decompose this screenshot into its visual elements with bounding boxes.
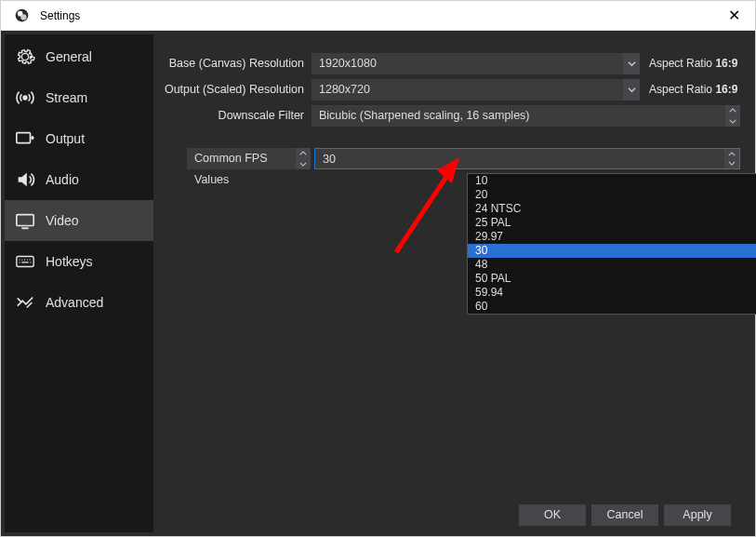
- fps-option[interactable]: 30: [468, 244, 756, 258]
- spinner-icon: [725, 105, 740, 127]
- sidebar: General Stream Output Audio: [5, 34, 153, 532]
- sidebar-item-label: General: [46, 49, 92, 64]
- cancel-button[interactable]: Cancel: [591, 504, 658, 526]
- fps-option[interactable]: 29.97: [468, 230, 756, 244]
- fps-mode-select[interactable]: Common FPS Values: [187, 148, 311, 169]
- sidebar-item-output[interactable]: Output: [5, 118, 153, 159]
- svg-rect-4: [17, 133, 31, 143]
- fps-option[interactable]: 20: [468, 188, 756, 202]
- output-aspect-ratio: Aspect Ratio 16:9: [643, 79, 740, 101]
- sidebar-item-label: Output: [46, 131, 85, 146]
- downscale-filter-value: Bicubic (Sharpened scaling, 16 samples): [319, 109, 530, 122]
- sidebar-item-stream[interactable]: Stream: [5, 77, 153, 118]
- chevron-down-icon: [623, 53, 640, 74]
- advanced-icon: [14, 291, 36, 314]
- base-resolution-label: Base (Canvas) Resolution: [153, 53, 312, 75]
- apply-button[interactable]: Apply: [664, 504, 731, 526]
- sidebar-item-general[interactable]: General: [5, 36, 153, 77]
- sidebar-item-hotkeys[interactable]: Hotkeys: [5, 241, 153, 282]
- ok-button[interactable]: OK: [519, 504, 586, 526]
- sidebar-item-audio[interactable]: Audio: [5, 159, 153, 200]
- chevron-down-icon: [623, 79, 640, 101]
- base-resolution-select[interactable]: 1920x1080: [312, 53, 640, 74]
- spinner-icon: [296, 148, 311, 169]
- fps-value: 30: [323, 153, 336, 166]
- hotkeys-icon: [14, 250, 36, 273]
- fps-option[interactable]: 48: [468, 258, 756, 272]
- fps-option[interactable]: 59.94: [468, 286, 756, 300]
- window-title: Settings: [40, 9, 80, 22]
- svg-point-3: [23, 96, 27, 100]
- spinner-icon: [724, 149, 739, 168]
- sidebar-item-advanced[interactable]: Advanced: [5, 282, 153, 323]
- fps-option[interactable]: 24 NTSC: [468, 202, 756, 216]
- main-panel: Base (Canvas) Resolution 1920x1080 Aspec…: [153, 34, 751, 532]
- sidebar-item-label: Audio: [46, 172, 79, 187]
- sidebar-item-label: Advanced: [46, 295, 103, 310]
- svg-rect-5: [17, 215, 33, 226]
- close-button[interactable]: ✕: [723, 7, 746, 24]
- output-icon: [14, 128, 36, 150]
- base-aspect-ratio: Aspect Ratio 16:9: [643, 53, 740, 74]
- base-resolution-value: 1920x1080: [319, 57, 377, 70]
- fps-option[interactable]: 10: [468, 174, 756, 188]
- gear-icon: [14, 46, 36, 68]
- app-icon: [10, 5, 33, 27]
- sidebar-item-label: Video: [46, 213, 79, 228]
- sidebar-item-label: Hotkeys: [46, 254, 93, 269]
- fps-option[interactable]: 50 PAL: [468, 272, 756, 286]
- stream-icon: [14, 87, 36, 109]
- fps-dropdown[interactable]: 102024 NTSC25 PAL29.97304850 PAL59.9460: [467, 173, 756, 315]
- fps-option[interactable]: 25 PAL: [468, 216, 756, 230]
- downscale-filter-label: Downscale Filter: [153, 105, 312, 128]
- fps-option[interactable]: 60: [468, 300, 756, 314]
- audio-icon: [14, 168, 36, 191]
- fps-value-select[interactable]: 30: [314, 148, 740, 169]
- dialog-footer: OK Cancel Apply: [153, 497, 740, 532]
- output-resolution-value: 1280x720: [319, 83, 370, 96]
- video-icon: [14, 209, 36, 232]
- sidebar-item-video[interactable]: Video: [5, 200, 153, 241]
- svg-point-2: [20, 14, 26, 20]
- svg-rect-6: [17, 257, 33, 267]
- output-resolution-select[interactable]: 1280x720: [312, 79, 640, 101]
- downscale-filter-select[interactable]: Bicubic (Sharpened scaling, 16 samples): [312, 105, 740, 127]
- sidebar-item-label: Stream: [46, 90, 87, 105]
- titlebar: Settings ✕: [1, 1, 755, 31]
- output-resolution-label: Output (Scaled) Resolution: [153, 79, 312, 101]
